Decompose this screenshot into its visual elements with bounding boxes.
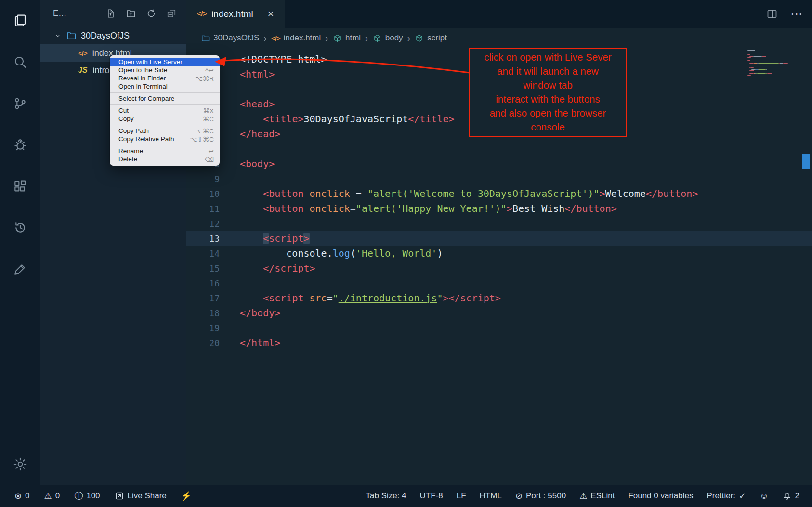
line-number: 11 — [186, 201, 220, 216]
settings-icon — [13, 456, 28, 472]
code-token: " — [437, 292, 443, 304]
status-eol[interactable]: LF — [457, 491, 466, 501]
source-control-button[interactable] — [0, 83, 40, 124]
menu-item-select-for-compare[interactable]: Select for Compare — [110, 94, 220, 103]
status-info-count[interactable]: ⓘ100 — [74, 491, 100, 501]
minimap-segment — [747, 54, 750, 55]
status-bar-left: ⊗0⚠0ⓘ100Live Share⚡ — [14, 491, 192, 501]
breadcrumb-item-index-html[interactable]: </>index.html — [271, 33, 321, 43]
pen-button[interactable] — [0, 248, 40, 290]
code-token — [240, 262, 263, 274]
explorer-title: E… — [53, 9, 66, 18]
code-text: <script src="./introduction.js"></script… — [220, 291, 501, 306]
minimap-line — [747, 50, 796, 51]
eslint-icon: ⚠ — [579, 492, 587, 500]
status-errors[interactable]: ⊗0 — [14, 491, 30, 501]
minimap-line — [747, 75, 796, 76]
menu-item-open-to-the-side[interactable]: Open to the Side^↩ — [110, 66, 220, 74]
minimap-line — [747, 76, 796, 77]
status-feedback-smiley[interactable]: ☺ — [760, 492, 768, 500]
line-number: 15 — [186, 261, 220, 276]
explorer-button[interactable] — [0, 0, 40, 41]
code-token: <button — [263, 203, 309, 214]
status-warnings[interactable]: ⚠0 — [44, 491, 60, 501]
minimap-segment — [759, 63, 779, 64]
menu-item-label: Cut — [118, 107, 129, 114]
annotation-line: and also open the browser — [470, 106, 626, 120]
code-line: 19 — [186, 321, 812, 336]
more-actions-button[interactable]: ⋯ — [790, 7, 803, 22]
folder-icon — [66, 30, 77, 41]
status-live-share[interactable]: Live Share — [115, 491, 167, 501]
minimap-line — [747, 62, 796, 63]
breadcrumb-item-html[interactable]: html — [333, 33, 361, 43]
close-icon[interactable]: × — [268, 9, 274, 19]
collapse-all-button[interactable] — [165, 7, 178, 20]
code-token: > — [507, 203, 512, 214]
refresh-button[interactable] — [145, 7, 157, 20]
liveshare-icon — [115, 491, 124, 501]
breadcrumb-item-body[interactable]: body — [373, 33, 403, 43]
tab-index-html[interactable]: </> index.html × — [186, 0, 285, 28]
status-encoding[interactable]: UTF-8 — [420, 491, 443, 501]
minimap[interactable] — [747, 50, 796, 79]
status-live-server-port[interactable]: ⊘Port : 5500 — [515, 491, 566, 501]
breadcrumb-label: index.html — [284, 33, 321, 43]
menu-item-copy-path[interactable]: Copy Path⌥⌘C — [110, 127, 220, 135]
status-lightning[interactable]: ⚡ — [181, 492, 192, 500]
menu-item-copy[interactable]: Copy⌘C — [110, 115, 220, 123]
status-text: Prettier: — [707, 491, 736, 501]
extensions-button[interactable] — [0, 166, 40, 207]
status-eslint[interactable]: ⚠ESLint — [579, 491, 615, 501]
status-text: Tab Size: 4 — [366, 491, 406, 501]
settings-button[interactable] — [0, 443, 40, 485]
menu-item-reveal-in-finder[interactable]: Reveal in Finder⌥⌘R — [110, 74, 220, 82]
status-tab-size[interactable]: Tab Size: 4 — [366, 491, 406, 501]
code-token: onclick — [310, 203, 350, 214]
scrollbar-marker[interactable] — [802, 154, 810, 169]
live-server-port-icon: ⊘ — [515, 492, 523, 500]
code-line: 14 console.log('Hello, World') — [186, 246, 812, 261]
menu-item-rename[interactable]: Rename↩ — [110, 147, 220, 155]
minimap-segment — [749, 63, 753, 64]
code-text: console.log('Hello, World') — [220, 246, 443, 261]
breadcrumb-item-script[interactable]: script — [415, 33, 447, 43]
menu-item-open-in-terminal[interactable]: Open in Terminal — [110, 82, 220, 91]
new-folder-button[interactable] — [125, 7, 137, 20]
menu-item-cut[interactable]: Cut⌘X — [110, 106, 220, 115]
status-prettier[interactable]: Prettier:✓ — [707, 491, 747, 501]
new-file-button[interactable] — [105, 7, 117, 20]
status-text: 0 — [55, 491, 60, 501]
status-language-mode[interactable]: HTML — [480, 491, 502, 501]
status-found-variables[interactable]: Found 0 variables — [628, 491, 693, 501]
code-line: 7 — [186, 142, 812, 156]
menu-item-copy-relative-path[interactable]: Copy Relative Path⌥⇧⌘C — [110, 135, 220, 143]
pen-icon — [13, 261, 28, 277]
menu-item-open-with-live-server[interactable]: Open with Live Server — [110, 58, 220, 66]
status-notifications[interactable]: 2 — [782, 491, 799, 501]
status-text: HTML — [480, 491, 502, 501]
breadcrumb-item-30daysofjs[interactable]: 30DaysOfJS — [201, 33, 259, 43]
source-control-icon — [13, 96, 28, 111]
run-debug-button[interactable] — [0, 124, 40, 166]
breadcrumb-separator-icon: › — [325, 33, 328, 44]
status-text: ESLint — [590, 491, 615, 501]
search-button[interactable] — [0, 41, 40, 83]
breadcrumb-label: script — [427, 33, 447, 43]
code-token: <button — [263, 188, 309, 199]
history-button[interactable] — [0, 207, 40, 248]
menu-item-shortcut: ⌥⇧⌘C — [190, 135, 214, 143]
lightning-icon: ⚡ — [181, 492, 192, 500]
line-number: 13 — [186, 231, 220, 246]
history-icon — [13, 220, 28, 235]
menu-item-label: Open in Terminal — [118, 83, 168, 90]
folder-root-30daysofjs[interactable]: 30DaysOfJS — [40, 27, 186, 44]
code-token: <head> — [240, 98, 275, 110]
chevron-icon — [54, 32, 62, 39]
menu-item-delete[interactable]: Delete⌫ — [110, 155, 220, 163]
minimap-segment — [772, 65, 776, 65]
activity-bar-top — [0, 0, 40, 290]
split-editor-button[interactable] — [766, 8, 778, 20]
code-token: = — [350, 188, 367, 199]
code-token: " — [333, 292, 339, 304]
